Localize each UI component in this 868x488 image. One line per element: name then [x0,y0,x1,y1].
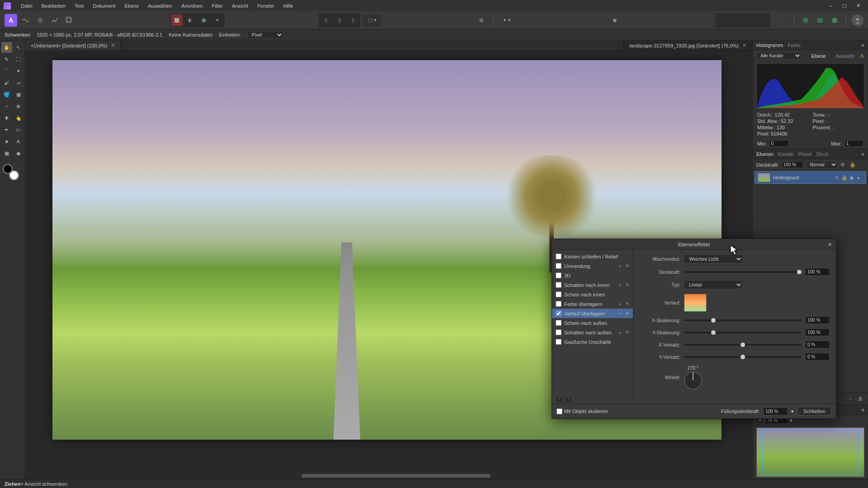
insert-target-icon[interactable]: ▫ [773,14,788,26]
crop-tool[interactable]: ⛶ [13,54,24,65]
gradient-swatch[interactable] [684,294,707,312]
node-tool[interactable]: ▷ [13,124,24,135]
dialog-title-bar[interactable]: Ebeneneffekte ✕ [552,239,836,250]
effect-checkbox[interactable] [556,263,561,269]
effect-checkbox[interactable] [556,291,561,297]
minimize-button[interactable]: ─ [825,1,837,10]
effect-checkbox[interactable] [556,320,561,326]
xoff-value[interactable] [805,341,830,348]
align-right-icon[interactable]: ▯ [347,14,359,26]
pen-tool[interactable]: ✒ [1,124,12,135]
develop-persona-icon[interactable] [34,14,46,26]
panel-menu-icon[interactable]: ≡ [862,151,864,157]
erase-tool[interactable]: ▱ [13,77,24,88]
cloud-icon[interactable] [829,14,840,26]
menu-auswaehlen[interactable]: Auswählen [143,1,177,10]
menu-text[interactable]: Text [70,1,88,10]
color-picker-tool[interactable]: ◉ [13,148,24,159]
chevron-icon[interactable]: ▸ [858,175,863,180]
healing-tool[interactable]: ✚ [1,113,12,123]
effect-checkbox[interactable] [556,272,561,278]
effect-item[interactable]: Kanten schleifen / Relief [552,252,633,261]
effect-item[interactable]: Farbe überlagern+✕ [552,299,633,309]
max-input[interactable] [844,140,863,147]
effect-item[interactable]: Schein nach außen [552,318,633,328]
tab-histogram[interactable]: Histogramm [756,42,783,48]
panel-menu-icon[interactable]: ≡ [862,407,864,413]
crop-dropdown[interactable]: ▢ ▾ [363,14,381,26]
export-persona-icon[interactable] [63,14,75,26]
tab-color[interactable]: Farbe [788,42,801,48]
tab-brushes[interactable]: Pinsel [798,151,811,157]
tab-layers[interactable]: Ebenen [756,151,774,157]
document-tab-2[interactable]: landscape-3127859_1920.jpg [Geändert] (7… [623,40,752,51]
align-center-icon[interactable]: ▯ [334,14,345,26]
gradient-type-select[interactable]: Linear [684,280,743,289]
horizontal-scrollbar[interactable] [25,473,752,479]
xscale-value[interactable] [805,316,830,324]
navigator-thumbnail[interactable] [756,427,864,477]
maximize-button[interactable]: ▢ [838,1,851,10]
layer-fx-badge[interactable]: fx [835,175,839,180]
remove-effect-icon[interactable]: ✕ [625,282,629,288]
close-icon[interactable]: ✕ [111,42,115,48]
sync-icon[interactable] [800,14,811,26]
navigator-viewport-rect[interactable] [762,430,859,474]
color-swatch[interactable] [3,164,19,180]
close-button[interactable]: ✕ [852,1,864,10]
snap-icon[interactable]: ⊞ [476,14,487,26]
angle-dial[interactable] [684,371,702,389]
remove-effect-icon[interactable]: ✕ [625,329,629,335]
flood-select-tool[interactable]: ✦ [13,66,24,76]
blend-mode-select[interactable]: Normal [806,161,838,169]
add-effect-icon[interactable]: + [619,301,622,307]
effect-item[interactable]: Schatten nach außen+✕ [552,328,633,337]
yoff-value[interactable] [805,353,830,361]
yoff-slider[interactable] [684,356,802,358]
menu-hilfe[interactable]: Hilfe [278,1,297,10]
tab-channels[interactable]: Kanäle [778,151,793,157]
paint-brush-tool[interactable]: 🖌 [1,77,12,88]
document-tab-1[interactable]: <Unbenannt> [Geändert] (100,0%) ✕ [25,40,121,51]
fill-tool[interactable]: 🪣 [1,89,12,100]
blend-mode-select[interactable]: Weiches Licht [684,254,743,263]
panel-menu-icon[interactable]: ≡ [862,42,864,48]
menu-anordnen[interactable]: Anordnen [177,1,208,10]
selection-add-icon[interactable]: ◐ [184,14,196,26]
tab-selection[interactable]: Auswahl [835,53,854,59]
close-icon[interactable]: ✕ [826,241,833,248]
close-icon[interactable]: ✕ [742,42,746,48]
selection-brush-tool[interactable]: ⌒ [1,66,12,76]
view-tool[interactable]: ✎ [1,54,12,65]
remove-effect-icon[interactable]: ✕ [625,263,629,269]
move-forward-icon[interactable]: ▫ [744,14,755,26]
prev-effect-button[interactable]: ˄ [556,397,563,403]
yscale-slider[interactable] [684,332,802,333]
add-effect-icon[interactable]: + [619,263,622,269]
effect-checkbox[interactable] [556,253,561,259]
channels-select[interactable]: Alle Kanäle [756,52,802,60]
opacity-value[interactable] [805,268,830,276]
effect-item[interactable]: Verlauf überlagern+✕ [552,309,633,318]
effect-checkbox[interactable] [556,301,561,307]
menu-bearbeiten[interactable]: Bearbeiten [37,1,70,10]
effect-checkbox[interactable] [556,310,561,316]
lock-icon[interactable]: 🔒 [841,175,847,180]
hand-tool[interactable]: ✋ [1,42,12,53]
move-front-icon[interactable]: ▫ [757,14,769,26]
effect-item[interactable]: Schein nach innen [552,290,633,299]
xscale-slider[interactable] [684,319,802,321]
menu-ebene[interactable]: Ebene [120,1,143,10]
move-backward-icon[interactable]: ▫ [730,14,742,26]
persona-icon[interactable]: A [5,14,17,27]
angle-value[interactable]: 270 ° [684,365,702,371]
selection-color-icon[interactable] [198,14,210,26]
add-effect-icon[interactable]: + [619,311,622,316]
menu-fenster[interactable]: Fenster [253,1,278,10]
effect-item[interactable]: Gaußsche Unschärfe [552,337,633,347]
remove-effect-icon[interactable]: ✕ [625,310,629,316]
gradient-tool[interactable]: ▦ [13,89,24,100]
text-tool[interactable]: A [13,136,24,147]
liquify-persona-icon[interactable] [20,14,32,26]
effect-item[interactable]: Umrandung+✕ [552,261,633,271]
